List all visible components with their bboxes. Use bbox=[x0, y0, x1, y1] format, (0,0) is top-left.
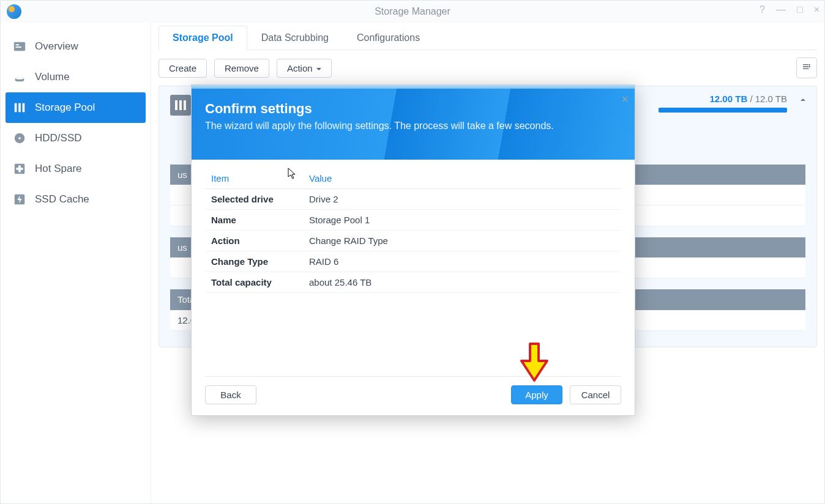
setting-key: Name bbox=[205, 210, 303, 231]
svg-rect-15 bbox=[184, 100, 186, 110]
hdd-icon bbox=[13, 132, 26, 145]
svg-rect-6 bbox=[23, 103, 25, 113]
settings-row: Selected driveDrive 2 bbox=[205, 189, 621, 210]
pool-used: 12.00 TB bbox=[710, 94, 748, 104]
window-title: Storage Manager bbox=[1, 6, 824, 17]
tab-bar: Storage Pool Data Scrubbing Configuratio… bbox=[159, 25, 817, 50]
col-value: Value bbox=[303, 168, 621, 189]
maximize-button[interactable]: □ bbox=[797, 4, 803, 15]
tab-configurations[interactable]: Configurations bbox=[343, 26, 434, 50]
setting-key: Change Type bbox=[205, 251, 303, 272]
sidebar: Overview Volume Storage Pool HDD/SSD Hot… bbox=[1, 23, 151, 503]
dialog-heading: Confirm settings bbox=[205, 101, 621, 117]
setting-value: about 25.46 TB bbox=[303, 272, 621, 293]
dialog-footer: Back Apply Cancel bbox=[205, 376, 621, 404]
volume-icon bbox=[13, 70, 26, 84]
setting-value: Drive 2 bbox=[303, 189, 621, 210]
col-item: Item bbox=[205, 168, 303, 189]
tab-data-scrubbing[interactable]: Data Scrubbing bbox=[247, 26, 343, 50]
action-dropdown[interactable]: Action bbox=[277, 59, 332, 78]
reorder-button[interactable] bbox=[796, 57, 817, 78]
sidebar-item-ssd-cache[interactable]: SSD Cache bbox=[1, 184, 151, 215]
sidebar-item-hdd-ssd[interactable]: HDD/SSD bbox=[1, 123, 151, 154]
svg-rect-14 bbox=[179, 100, 182, 110]
svg-rect-2 bbox=[16, 46, 21, 48]
cancel-button[interactable]: Cancel bbox=[570, 385, 621, 404]
sidebar-item-label: Hot Spare bbox=[35, 163, 82, 175]
sidebar-item-storage-pool[interactable]: Storage Pool bbox=[6, 92, 146, 123]
minimize-button[interactable]: — bbox=[776, 4, 786, 15]
sidebar-item-volume[interactable]: Volume bbox=[1, 62, 151, 92]
chevron-up-icon bbox=[798, 95, 808, 105]
dialog-subheading: The wizard will apply the following sett… bbox=[205, 120, 621, 132]
svg-rect-1 bbox=[16, 44, 19, 45]
setting-value: Storage Pool 1 bbox=[303, 210, 621, 231]
setting-value: RAID 6 bbox=[303, 251, 621, 272]
dialog-banner: Confirm settings The wizard will apply t… bbox=[192, 89, 635, 160]
setting-value: Change RAID Type bbox=[303, 231, 621, 251]
pool-usage-bar bbox=[659, 108, 787, 113]
remove-button[interactable]: Remove bbox=[214, 59, 269, 78]
ssd-cache-icon bbox=[13, 193, 26, 206]
settings-row: NameStorage Pool 1 bbox=[205, 210, 621, 231]
help-button[interactable]: ? bbox=[760, 4, 765, 15]
setting-key: Action bbox=[205, 231, 303, 251]
toolbar: Create Remove Action bbox=[159, 50, 817, 86]
svg-rect-11 bbox=[17, 168, 23, 170]
sidebar-item-label: Overview bbox=[35, 40, 78, 53]
sidebar-item-overview[interactable]: Overview bbox=[1, 31, 151, 62]
svg-point-8 bbox=[18, 137, 21, 139]
sidebar-item-label: HDD/SSD bbox=[35, 132, 82, 144]
sidebar-item-hot-spare[interactable]: Hot Spare bbox=[1, 154, 151, 184]
tab-storage-pool[interactable]: Storage Pool bbox=[159, 26, 247, 50]
overview-icon bbox=[13, 40, 26, 53]
collapse-toggle[interactable] bbox=[798, 95, 808, 107]
pool-size-text: 12.00 TB / 12.0 TB bbox=[659, 94, 787, 104]
sidebar-item-label: Storage Pool bbox=[35, 102, 95, 114]
create-button[interactable]: Create bbox=[159, 59, 207, 78]
sidebar-item-label: SSD Cache bbox=[35, 193, 89, 206]
dialog-body: Item Value Selected driveDrive 2 NameSto… bbox=[192, 160, 635, 302]
setting-key: Total capacity bbox=[205, 272, 303, 293]
pool-sep: / bbox=[747, 94, 755, 104]
setting-key: Selected drive bbox=[205, 189, 303, 210]
confirm-settings-dialog: × Confirm settings The wizard will apply… bbox=[191, 84, 635, 416]
sidebar-item-label: Volume bbox=[35, 71, 70, 83]
hot-spare-icon bbox=[13, 162, 26, 176]
svg-rect-4 bbox=[15, 103, 17, 113]
svg-rect-5 bbox=[18, 103, 21, 113]
window-controls: ? — □ × bbox=[760, 4, 819, 15]
svg-rect-13 bbox=[175, 100, 177, 110]
storage-pool-icon bbox=[13, 101, 26, 114]
settings-row: ActionChange RAID Type bbox=[205, 231, 621, 251]
titlebar: Storage Manager ? — □ × bbox=[1, 1, 824, 23]
pool-total: 12.0 TB bbox=[755, 94, 787, 104]
reorder-icon bbox=[802, 62, 812, 74]
svg-point-3 bbox=[15, 77, 24, 80]
apply-button[interactable]: Apply bbox=[511, 385, 562, 404]
dialog-close-button[interactable]: × bbox=[621, 92, 629, 106]
settings-table: Item Value Selected driveDrive 2 NameSto… bbox=[205, 168, 621, 293]
settings-row: Total capacityabout 25.46 TB bbox=[205, 272, 621, 293]
settings-row: Change TypeRAID 6 bbox=[205, 251, 621, 272]
close-button[interactable]: × bbox=[814, 4, 819, 15]
pool-card-icon bbox=[170, 95, 191, 116]
back-button[interactable]: Back bbox=[205, 385, 256, 404]
pool-capacity-summary: 12.00 TB / 12.0 TB bbox=[659, 94, 787, 113]
